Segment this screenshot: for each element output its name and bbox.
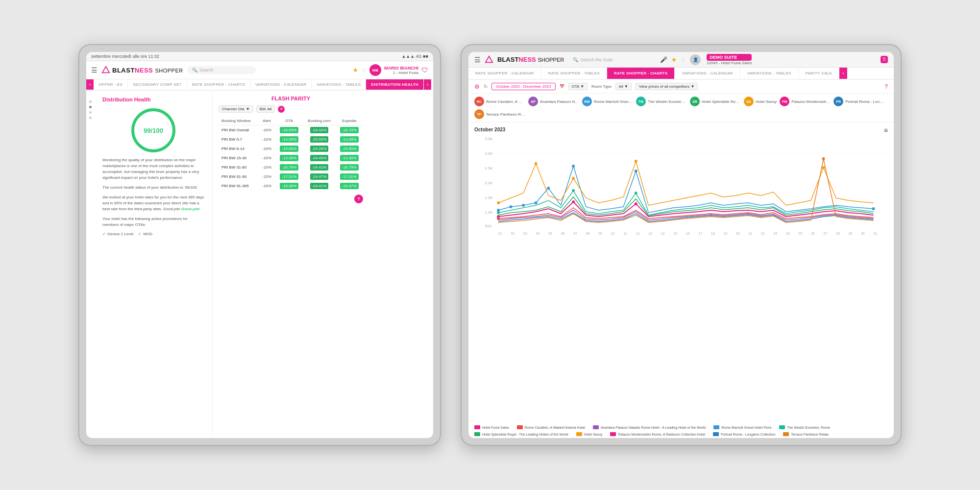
- svg-text:500: 500: [485, 224, 492, 228]
- table-row: PRI BW 31-60 -10% -16.79% -24.41% -16.79…: [219, 163, 363, 172]
- legend-item: Portrait Roma - Lungamo Collection: [713, 432, 775, 436]
- cell-booking: -24.26%: [303, 144, 335, 153]
- svg-text:11: 11: [623, 232, 627, 235]
- svg-marker-1: [486, 56, 492, 62]
- svg-point-53: [635, 170, 637, 172]
- tab-variations-cal[interactable]: VARIATIONS - CALENDAR: [250, 79, 312, 90]
- channel-select[interactable]: OTA ▼: [568, 83, 588, 90]
- channel-value: OTA: [572, 84, 579, 89]
- check-mod: ✓ MOD: [138, 232, 152, 236]
- chart-month-label: October 2023: [474, 127, 505, 132]
- svg-point-51: [547, 187, 550, 190]
- check-genius-label: Genius 1 Level: [107, 232, 133, 236]
- rtab-arrow[interactable]: ›: [839, 68, 847, 79]
- tab-variations-tbl[interactable]: VARIATIONS - TABLES: [312, 79, 366, 90]
- rtab-var-tbl[interactable]: VARIATIONS - TABLES: [740, 68, 799, 79]
- svg-point-52: [572, 165, 575, 168]
- hotel-avatar: AP: [528, 97, 538, 106]
- mic-icon[interactable]: 🎤: [660, 56, 667, 63]
- svg-text:2.0K: 2.0K: [485, 181, 493, 185]
- tab-left-arrow[interactable]: ‹: [86, 79, 94, 90]
- hotel-name: Palazzo Montemartini Ro...: [791, 99, 831, 104]
- svg-text:24: 24: [786, 232, 790, 235]
- legend-color-box: [713, 432, 719, 436]
- cal-icon: 📅: [560, 84, 564, 89]
- rtab-var-cal[interactable]: VARIATIONS - CALENDAR: [675, 68, 740, 79]
- date-range-pill[interactable]: October 2023 - December 2023: [491, 83, 556, 90]
- cell-booking: -24.47%: [303, 172, 335, 181]
- filter-close-btn[interactable]: ✕: [278, 106, 285, 113]
- filter-icon[interactable]: ⚙: [474, 83, 480, 90]
- svg-text:30: 30: [861, 232, 865, 235]
- hotels-row: RC Rome Cavalieri, A Waldo... AP Anantar…: [468, 94, 894, 122]
- hotel-name: Anantara Palazzo Naiadi...: [540, 99, 579, 104]
- view-competitors-select[interactable]: View prices of all competitors ▼: [636, 83, 698, 90]
- svg-text:21: 21: [748, 232, 752, 235]
- right-hamburger-icon[interactable]: ☰: [474, 56, 481, 64]
- cell-window: PRI BW 8-14: [219, 144, 258, 153]
- health-description-2: The current health status of your distri…: [102, 185, 204, 191]
- svg-point-50: [535, 201, 538, 204]
- hotel-badge: PR Portrait Roma - Lungarn...: [833, 97, 884, 106]
- cell-alert: -10%: [258, 125, 275, 135]
- hotel-badge: SR Hotel Splendide Royal -...: [690, 97, 741, 106]
- left-search[interactable]: 🔍 Search: [187, 66, 256, 74]
- rtab-rate-tbl[interactable]: RATE SHOPPER - TABLES: [541, 68, 607, 79]
- search-icon: 🔍: [192, 68, 197, 73]
- grid-icon[interactable]: ⠿: [881, 56, 888, 63]
- right-search[interactable]: 🔍 Search the Suite: [568, 56, 656, 64]
- check-mark-mod: ✓: [138, 232, 142, 236]
- legend-label: Terrace Pantheon Relais: [791, 433, 829, 436]
- svg-text:05: 05: [548, 232, 552, 235]
- hotel-avatar: TP: [474, 109, 484, 119]
- svg-point-62: [635, 192, 637, 195]
- legend-color-box: [576, 432, 582, 436]
- info-icon[interactable]: ?: [884, 83, 888, 90]
- right-star-filled[interactable]: ★: [671, 56, 677, 63]
- health-description-1: Monitoring the quality of your distribut…: [102, 157, 204, 181]
- rtab-parity[interactable]: PARITY CALE: [799, 68, 840, 79]
- help-button[interactable]: ?: [354, 195, 363, 203]
- cell-alert: -10%: [258, 153, 275, 163]
- star-outline-icon[interactable]: ☆: [361, 67, 367, 74]
- bw-filter[interactable]: BW All: [256, 105, 275, 113]
- hotel-name: Hotel Savoy: [756, 99, 777, 104]
- cell-alert: -10%: [258, 172, 275, 181]
- hotel-avatar: SR: [690, 97, 700, 106]
- channel-filter[interactable]: Channel Ota ▼: [219, 105, 253, 113]
- svg-text:01: 01: [498, 232, 502, 235]
- hotel-avatar: SA: [744, 97, 754, 106]
- parity-table: Booking Window Alert OTA Booking.com Exp…: [219, 117, 363, 191]
- hamburger-icon[interactable]: ☰: [91, 66, 98, 74]
- right-star-outline[interactable]: ☆: [681, 56, 686, 63]
- tab-rate-charts[interactable]: RATE SHOPPER - CHARTS: [187, 79, 250, 90]
- chart-filter-row: ⚙ ↻ October 2023 - December 2023 📅 OTA ▼…: [468, 80, 894, 94]
- table-row: PRI BW 61-90 -10% -17.31% -24.47% -17.31…: [219, 172, 363, 181]
- svg-point-65: [635, 202, 637, 205]
- col-header-alert: Alert: [258, 117, 275, 125]
- svg-text:10: 10: [611, 232, 615, 235]
- legend-item: Hotel Fuxia Sales: [474, 425, 509, 429]
- svg-text:13: 13: [648, 232, 652, 235]
- tab-right-arrow[interactable]: ›: [424, 79, 431, 90]
- tab-oppers[interactable]: OPPER - ES: [94, 79, 128, 90]
- hotel-name: Terrace Pantheon Relais: [486, 112, 525, 117]
- rtab-rate-cal[interactable]: RATE SHOPPER - CALENDAR: [468, 68, 541, 79]
- col-header-window: Booking Window: [219, 117, 258, 125]
- hotel-badge: RM Rome Marriott Grand Ho...: [582, 97, 633, 106]
- star-filled-icon[interactable]: ★: [353, 67, 358, 74]
- room-type-select[interactable]: All ▼: [615, 83, 632, 90]
- chart-menu-icon[interactable]: ≡: [884, 126, 888, 134]
- sidebar-dots: [86, 91, 95, 438]
- refresh-icon[interactable]: ↻: [484, 84, 488, 89]
- hotel-name: Portrait Roma - Lungarn...: [845, 99, 884, 104]
- tab-secondary[interactable]: SECONDARY COMP SET: [128, 79, 187, 90]
- legend-label: Portrait Roma - Lungamo Collection: [721, 433, 775, 436]
- rtab-rate-charts[interactable]: RATE SHOPPER - CHARTS: [607, 68, 675, 79]
- dot-1: [89, 100, 92, 103]
- tab-distribution[interactable]: DISTRIBUTION HEALTH: [366, 79, 424, 90]
- legend-color-box: [783, 432, 789, 436]
- cell-alert: -10%: [258, 181, 275, 191]
- svg-text:17: 17: [698, 232, 702, 235]
- table-row: PRI BW 91-365 -10% -19.38% -24.41% -19.4…: [219, 181, 363, 191]
